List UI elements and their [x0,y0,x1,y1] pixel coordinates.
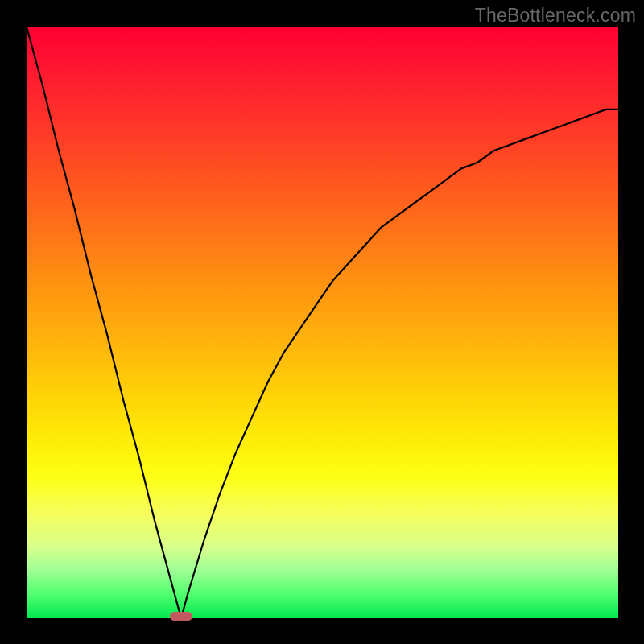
minimum-marker [170,612,192,621]
bottleneck-curve [27,27,618,618]
plot-area [27,27,618,618]
watermark-text: TheBottleneck.com [475,5,636,27]
chart-frame: TheBottleneck.com [0,0,644,644]
